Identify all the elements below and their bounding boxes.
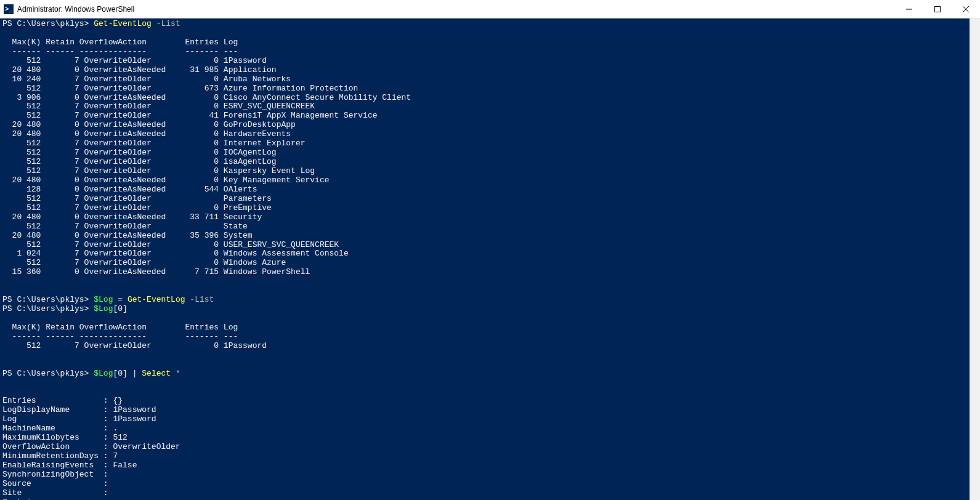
property-row: Source : bbox=[2, 480, 978, 489]
property-row: Site : bbox=[2, 489, 978, 498]
powershell-icon: >_ bbox=[4, 4, 14, 14]
maximize-icon bbox=[934, 6, 941, 12]
table-row: 20 480 0 OverwriteAsNeeded 35 396 System bbox=[2, 232, 978, 241]
table-row: 1 024 7 OverwriteOlder 0 Windows Assessm… bbox=[2, 249, 978, 259]
table-row: 512 7 OverwriteOlder 0 Windows Azure bbox=[2, 259, 978, 268]
table-row: 512 7 OverwriteOlder 0 PreEmptive bbox=[2, 204, 978, 213]
prompt-line: PS C:\Users\pklys> $Log = Get-EventLog -… bbox=[2, 296, 978, 305]
table-header: Max(K) Retain OverflowAction Entries Log bbox=[2, 38, 978, 47]
table-row: 512 7 OverwriteOlder 0 USER_ESRV_SVC_QUE… bbox=[2, 241, 978, 250]
table-row: 512 7 OverwriteOlder 0 Kaspersky Event L… bbox=[2, 167, 978, 176]
table-row: 512 7 OverwriteOlder 41 ForensiT AppX Ma… bbox=[2, 111, 978, 121]
svg-rect-1 bbox=[935, 6, 941, 12]
table-row: 20 480 0 OverwriteAsNeeded 33 711 Securi… bbox=[2, 213, 978, 222]
titlebar-left: >_ Administrator: Windows PowerShell bbox=[4, 4, 134, 14]
table-row: 10 240 7 OverwriteOlder 0 Aruba Networks bbox=[2, 75, 978, 84]
property-row: MachineName : . bbox=[2, 424, 978, 433]
table-row: 20 480 0 OverwriteAsNeeded 0 GoProDeskto… bbox=[2, 121, 978, 130]
table-row: 512 7 OverwriteOlder Parameters bbox=[2, 195, 978, 204]
titlebar[interactable]: >_ Administrator: Windows PowerShell bbox=[0, 0, 980, 18]
property-row: Entries : {} bbox=[2, 397, 978, 406]
table-divider: ------ ------ -------------- ------- --- bbox=[2, 47, 978, 57]
table-row: 20 480 0 OverwriteAsNeeded 31 985 Applic… bbox=[2, 66, 978, 75]
table-row: 512 7 OverwriteOlder 673 Azure Informati… bbox=[2, 84, 978, 94]
table-divider: ------ ------ -------------- ------- --- bbox=[2, 333, 978, 342]
window-title: Administrator: Windows PowerShell bbox=[17, 5, 134, 14]
property-row: MinimumRetentionDays : 7 bbox=[2, 452, 978, 461]
close-icon bbox=[963, 6, 969, 12]
table-row: 20 480 0 OverwriteAsNeeded 0 Key Managem… bbox=[2, 176, 978, 185]
terminal[interactable]: PS C:\Users\pklys> Get-EventLog -List Ma… bbox=[0, 18, 980, 500]
table-row: 512 7 OverwriteOlder 0 1Password bbox=[2, 342, 978, 351]
property-row: LogDisplayName : 1Password bbox=[2, 406, 978, 415]
table-row: 128 0 OverwriteAsNeeded 544 OAlerts bbox=[2, 185, 978, 195]
window-controls bbox=[895, 0, 980, 18]
maximize-button[interactable] bbox=[923, 0, 952, 18]
table-header: Max(K) Retain OverflowAction Entries Log bbox=[2, 323, 978, 333]
minimize-icon bbox=[906, 6, 912, 12]
table-row: 512 7 OverwriteOlder 0 IOCAgentLog bbox=[2, 148, 978, 158]
table-row: 15 360 0 OverwriteAsNeeded 7 715 Windows… bbox=[2, 268, 978, 277]
prompt-line: PS C:\Users\pklys> Get-EventLog -List bbox=[2, 20, 978, 29]
prompt-line: PS C:\Users\pklys> $Log[0] bbox=[2, 305, 978, 314]
minimize-button[interactable] bbox=[895, 0, 923, 18]
table-row: 3 906 0 OverwriteAsNeeded 0 Cisco AnyCon… bbox=[2, 94, 978, 103]
property-row: MaximumKilobytes : 512 bbox=[2, 433, 978, 443]
table-row: 512 7 OverwriteOlder State bbox=[2, 222, 978, 232]
prompt-line: PS C:\Users\pklys> $Log[0] | Select * bbox=[2, 369, 978, 379]
close-button[interactable] bbox=[952, 0, 980, 18]
table-row: 20 480 0 OverwriteAsNeeded 0 HardwareEve… bbox=[2, 130, 978, 139]
property-row: SynchronizingObject : bbox=[2, 470, 978, 480]
property-row: Log : 1Password bbox=[2, 415, 978, 424]
scrollbar[interactable] bbox=[970, 18, 980, 500]
table-row: 512 7 OverwriteOlder 0 ESRV_SVC_QUEENCRE… bbox=[2, 102, 978, 111]
property-row: EnableRaisingEvents : False bbox=[2, 461, 978, 470]
property-row: OverflowAction : OverwriteOlder bbox=[2, 443, 978, 452]
table-row: 512 7 OverwriteOlder 0 Internet Explorer bbox=[2, 139, 978, 148]
table-row: 512 7 OverwriteOlder 0 1Password bbox=[2, 57, 978, 66]
table-row: 512 7 OverwriteOlder 0 isaAgentLog bbox=[2, 158, 978, 167]
